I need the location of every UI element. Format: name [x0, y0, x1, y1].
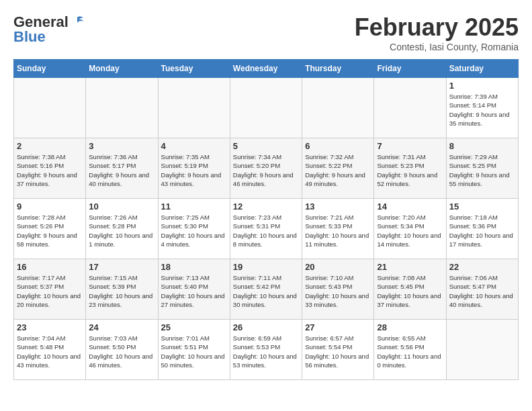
day-number: 12 — [233, 201, 299, 212]
calendar-cell: 6Sunrise: 7:32 AM Sunset: 5:22 PM Daylig… — [302, 138, 374, 199]
calendar-cell: 14Sunrise: 7:20 AM Sunset: 5:34 PM Dayli… — [374, 199, 446, 259]
calendar-cell: 11Sunrise: 7:25 AM Sunset: 5:30 PM Dayli… — [158, 199, 230, 259]
calendar-cell: 13Sunrise: 7:21 AM Sunset: 5:33 PM Dayli… — [302, 199, 374, 259]
day-info: Sunrise: 7:38 AM Sunset: 5:16 PM Dayligh… — [17, 152, 83, 188]
day-info: Sunrise: 7:39 AM Sunset: 5:14 PM Dayligh… — [449, 92, 515, 128]
day-info: Sunrise: 7:17 AM Sunset: 5:37 PM Dayligh… — [17, 273, 83, 309]
day-info: Sunrise: 7:21 AM Sunset: 5:33 PM Dayligh… — [305, 213, 371, 248]
day-info: Sunrise: 7:23 AM Sunset: 5:31 PM Dayligh… — [233, 213, 299, 248]
day-info: Sunrise: 7:32 AM Sunset: 5:22 PM Dayligh… — [305, 152, 371, 188]
day-info: Sunrise: 7:35 AM Sunset: 5:19 PM Dayligh… — [161, 152, 227, 188]
day-number: 2 — [17, 141, 83, 151]
day-number: 9 — [17, 201, 83, 212]
calendar-cell — [86, 78, 158, 138]
day-number: 13 — [305, 201, 371, 212]
calendar-cell — [14, 78, 86, 138]
day-number: 4 — [161, 141, 227, 151]
day-info: Sunrise: 7:36 AM Sunset: 5:17 PM Dayligh… — [89, 152, 154, 188]
calendar-cell: 16Sunrise: 7:17 AM Sunset: 5:37 PM Dayli… — [14, 259, 86, 320]
day-info: Sunrise: 7:04 AM Sunset: 5:48 PM Dayligh… — [17, 334, 83, 369]
day-info: Sunrise: 6:57 AM Sunset: 5:54 PM Dayligh… — [305, 334, 371, 369]
col-header-tuesday: Tuesday — [158, 60, 230, 78]
day-number: 6 — [305, 141, 371, 151]
day-info: Sunrise: 7:28 AM Sunset: 5:26 PM Dayligh… — [17, 213, 83, 248]
calendar-header-row: SundayMondayTuesdayWednesdayThursdayFrid… — [14, 60, 519, 78]
calendar-week-row: 1Sunrise: 7:39 AM Sunset: 5:14 PM Daylig… — [14, 78, 519, 138]
day-info: Sunrise: 7:15 AM Sunset: 5:39 PM Dayligh… — [89, 273, 154, 309]
day-number: 7 — [377, 141, 443, 151]
day-info: Sunrise: 7:13 AM Sunset: 5:40 PM Dayligh… — [161, 273, 227, 309]
month-title: February 2025 — [355, 13, 519, 42]
day-info: Sunrise: 7:26 AM Sunset: 5:28 PM Dayligh… — [89, 213, 154, 248]
day-number: 18 — [161, 262, 227, 272]
day-info: Sunrise: 7:06 AM Sunset: 5:47 PM Dayligh… — [449, 273, 515, 309]
day-info: Sunrise: 7:03 AM Sunset: 5:50 PM Dayligh… — [89, 334, 154, 369]
day-info: Sunrise: 6:55 AM Sunset: 5:56 PM Dayligh… — [377, 334, 443, 369]
calendar-cell: 23Sunrise: 7:04 AM Sunset: 5:48 PM Dayli… — [14, 320, 86, 380]
calendar-cell: 18Sunrise: 7:13 AM Sunset: 5:40 PM Dayli… — [158, 259, 230, 320]
day-info: Sunrise: 6:59 AM Sunset: 5:53 PM Dayligh… — [233, 334, 299, 369]
day-number: 11 — [161, 201, 227, 212]
calendar-cell: 28Sunrise: 6:55 AM Sunset: 5:56 PM Dayli… — [374, 320, 446, 380]
day-info: Sunrise: 7:10 AM Sunset: 5:43 PM Dayligh… — [305, 273, 371, 309]
calendar-cell — [230, 78, 302, 138]
calendar-cell: 3Sunrise: 7:36 AM Sunset: 5:17 PM Daylig… — [86, 138, 158, 199]
col-header-sunday: Sunday — [14, 60, 86, 78]
calendar-cell: 26Sunrise: 6:59 AM Sunset: 5:53 PM Dayli… — [230, 320, 302, 380]
day-info: Sunrise: 7:31 AM Sunset: 5:23 PM Dayligh… — [377, 152, 443, 188]
day-number: 3 — [89, 141, 154, 151]
calendar-cell: 27Sunrise: 6:57 AM Sunset: 5:54 PM Dayli… — [302, 320, 374, 380]
col-header-wednesday: Wednesday — [230, 60, 302, 78]
calendar-cell: 5Sunrise: 7:34 AM Sunset: 5:20 PM Daylig… — [230, 138, 302, 199]
col-header-monday: Monday — [86, 60, 158, 78]
calendar-week-row: 9Sunrise: 7:28 AM Sunset: 5:26 PM Daylig… — [14, 199, 519, 259]
calendar-cell: 15Sunrise: 7:18 AM Sunset: 5:36 PM Dayli… — [446, 199, 518, 259]
calendar-week-row: 2Sunrise: 7:38 AM Sunset: 5:16 PM Daylig… — [14, 138, 519, 199]
calendar-cell: 19Sunrise: 7:11 AM Sunset: 5:42 PM Dayli… — [230, 259, 302, 320]
calendar-cell: 25Sunrise: 7:01 AM Sunset: 5:51 PM Dayli… — [158, 320, 230, 380]
day-number: 16 — [17, 262, 83, 272]
day-number: 25 — [161, 322, 227, 332]
page-header: General Blue February 2025 Contesti, Ias… — [13, 13, 519, 52]
calendar-cell — [446, 320, 518, 380]
logo: General Blue — [13, 13, 86, 46]
calendar-cell: 17Sunrise: 7:15 AM Sunset: 5:39 PM Dayli… — [86, 259, 158, 320]
calendar-cell — [374, 78, 446, 138]
day-number: 10 — [89, 201, 154, 212]
calendar-cell: 1Sunrise: 7:39 AM Sunset: 5:14 PM Daylig… — [446, 78, 518, 138]
day-info: Sunrise: 7:11 AM Sunset: 5:42 PM Dayligh… — [233, 273, 299, 309]
calendar-cell: 20Sunrise: 7:10 AM Sunset: 5:43 PM Dayli… — [302, 259, 374, 320]
day-info: Sunrise: 7:20 AM Sunset: 5:34 PM Dayligh… — [377, 213, 443, 248]
day-number: 27 — [305, 322, 371, 332]
location: Contesti, Iasi County, Romania — [355, 42, 519, 52]
calendar-cell: 22Sunrise: 7:06 AM Sunset: 5:47 PM Dayli… — [446, 259, 518, 320]
calendar-cell: 21Sunrise: 7:08 AM Sunset: 5:45 PM Dayli… — [374, 259, 446, 320]
calendar-cell: 8Sunrise: 7:29 AM Sunset: 5:25 PM Daylig… — [446, 138, 518, 199]
day-number: 28 — [377, 322, 443, 332]
calendar-cell: 24Sunrise: 7:03 AM Sunset: 5:50 PM Dayli… — [86, 320, 158, 380]
day-info: Sunrise: 7:18 AM Sunset: 5:36 PM Dayligh… — [449, 213, 515, 248]
title-block: February 2025 Contesti, Iasi County, Rom… — [355, 13, 519, 52]
day-number: 15 — [449, 201, 515, 212]
day-info: Sunrise: 7:34 AM Sunset: 5:20 PM Dayligh… — [233, 152, 299, 188]
calendar-week-row: 23Sunrise: 7:04 AM Sunset: 5:48 PM Dayli… — [14, 320, 519, 380]
calendar-cell — [302, 78, 374, 138]
logo-text: General Blue — [13, 13, 86, 46]
calendar-cell: 10Sunrise: 7:26 AM Sunset: 5:28 PM Dayli… — [86, 199, 158, 259]
day-number: 1 — [449, 81, 515, 91]
day-info: Sunrise: 7:25 AM Sunset: 5:30 PM Dayligh… — [161, 213, 227, 248]
calendar-cell — [158, 78, 230, 138]
calendar-cell: 9Sunrise: 7:28 AM Sunset: 5:26 PM Daylig… — [14, 199, 86, 259]
day-number: 21 — [377, 262, 443, 272]
day-info: Sunrise: 7:29 AM Sunset: 5:25 PM Dayligh… — [449, 152, 515, 188]
calendar-cell: 7Sunrise: 7:31 AM Sunset: 5:23 PM Daylig… — [374, 138, 446, 199]
col-header-thursday: Thursday — [302, 60, 374, 78]
day-number: 5 — [233, 141, 299, 151]
logo-bird-icon — [70, 15, 85, 30]
day-number: 17 — [89, 262, 154, 272]
day-number: 26 — [233, 322, 299, 332]
day-number: 23 — [17, 322, 83, 332]
col-header-saturday: Saturday — [446, 60, 518, 78]
calendar-cell: 2Sunrise: 7:38 AM Sunset: 5:16 PM Daylig… — [14, 138, 86, 199]
day-number: 14 — [377, 201, 443, 212]
